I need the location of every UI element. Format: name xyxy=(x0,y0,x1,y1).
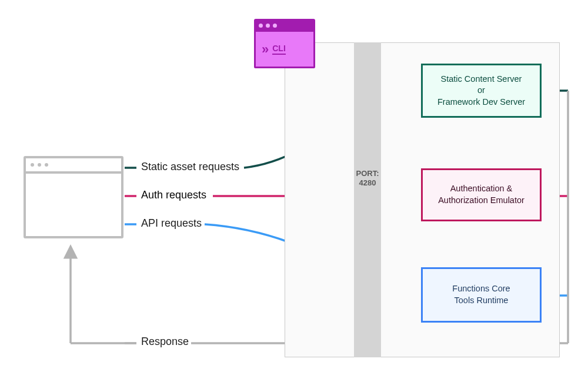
port-value: 4280 xyxy=(359,178,376,187)
func-line1: Functions Core xyxy=(452,284,510,293)
functions-runtime-box: Functions Core Tools Runtime xyxy=(421,267,542,323)
cli-label: CLI xyxy=(272,44,286,55)
static-line3: Framework Dev Server xyxy=(437,97,525,107)
window-dot-icon xyxy=(273,24,277,28)
port-label-text: PORT: xyxy=(356,169,379,178)
auth-line1: Authentication & xyxy=(450,184,513,193)
cli-badge-body: » CLI xyxy=(254,32,315,68)
cli-badge-titlebar xyxy=(254,19,315,32)
auth-line2: Authorization Emulator xyxy=(438,195,524,205)
window-dot-icon xyxy=(259,24,263,28)
cli-badge: » CLI xyxy=(254,19,315,68)
auth-requests-label: Auth requests xyxy=(139,189,209,201)
static-content-server-box: Static Content Server or Framework Dev S… xyxy=(421,64,542,118)
port-column: PORT: 4280 xyxy=(354,42,381,357)
auth-emulator-box: Authentication & Authorization Emulator xyxy=(421,168,542,221)
static-line1: Static Content Server xyxy=(441,74,522,84)
response-label: Response xyxy=(139,336,191,348)
static-requests-label: Static asset requests xyxy=(139,161,242,173)
diagram-canvas: PORT: 4280 Static Content Server or Fram… xyxy=(0,0,588,385)
static-line2: or xyxy=(477,85,485,95)
chevrons-icon: » xyxy=(262,42,265,57)
func-line2: Tools Runtime xyxy=(455,296,509,305)
port-label: PORT: 4280 xyxy=(356,169,379,187)
window-dot-icon xyxy=(266,24,270,28)
api-requests-label: API requests xyxy=(139,217,204,230)
